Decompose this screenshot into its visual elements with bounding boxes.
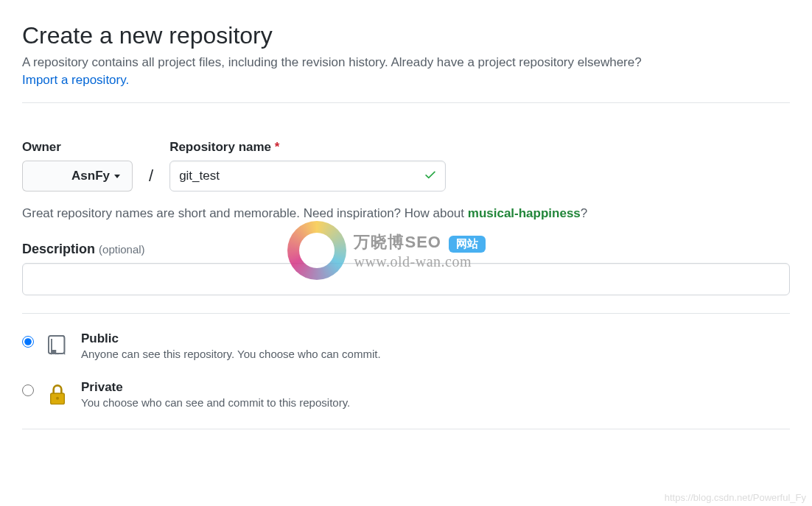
- separator-slash: /: [149, 166, 153, 191]
- name-suggestion-link[interactable]: musical-happiness: [468, 206, 581, 220]
- page-subtitle: A repository contains all project files,…: [22, 55, 790, 70]
- repo-name-label: Repository name *: [169, 140, 446, 155]
- caret-down-icon: [114, 175, 120, 178]
- required-mark: *: [275, 140, 280, 154]
- visibility-private-row[interactable]: Private You choose who can see and commi…: [22, 380, 790, 410]
- repo-icon: [46, 331, 69, 361]
- private-radio[interactable]: [22, 384, 34, 396]
- divider: [22, 313, 790, 314]
- repo-name-input[interactable]: [169, 161, 446, 191]
- optional-text: (optional): [99, 243, 145, 256]
- private-desc: You choose who can see and commit to thi…: [81, 396, 790, 409]
- import-repository-link[interactable]: Import a repository.: [22, 73, 129, 87]
- public-title: Public: [81, 331, 790, 346]
- hint-suffix: ?: [581, 206, 587, 220]
- owner-select[interactable]: AsnFy: [22, 161, 133, 191]
- description-label: Description (optional): [22, 242, 790, 257]
- public-desc: Anyone can see this repository. You choo…: [81, 348, 790, 360]
- lock-icon: [46, 380, 69, 410]
- divider: [22, 102, 790, 103]
- blog-watermark: https://blog.csdn.net/Powerful_Fy: [665, 492, 806, 503]
- owner-label: Owner: [22, 140, 133, 155]
- check-icon: [424, 168, 437, 184]
- public-radio[interactable]: [22, 336, 34, 348]
- page-title: Create a new repository: [22, 22, 790, 49]
- repo-name-label-text: Repository name: [169, 140, 271, 154]
- divider: [22, 429, 790, 429]
- visibility-public-row[interactable]: Public Anyone can see this repository. Y…: [22, 331, 790, 361]
- hint-prefix: Great repository names are short and mem…: [22, 206, 468, 220]
- owner-selected-value: AsnFy: [71, 169, 110, 183]
- name-hint: Great repository names are short and mem…: [22, 206, 790, 221]
- description-label-text: Description: [22, 242, 95, 256]
- private-title: Private: [81, 380, 790, 395]
- svg-point-3: [56, 397, 59, 400]
- description-input[interactable]: [22, 263, 790, 295]
